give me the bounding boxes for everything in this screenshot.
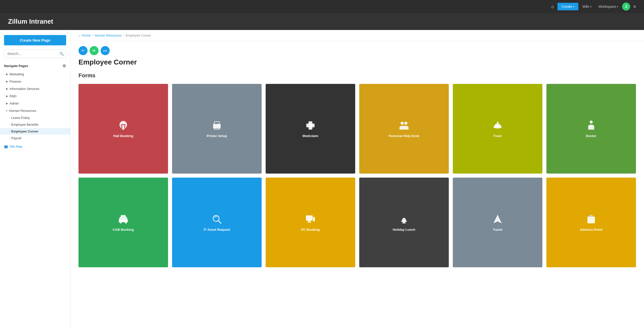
hall-booking-icon — [117, 119, 129, 131]
sidebar-search-container: 🔍 — [4, 49, 66, 58]
form-label: PC Booking — [301, 228, 320, 232]
printer-setup-icon — [211, 119, 223, 131]
svg-point-28 — [402, 222, 406, 223]
breadcrumb: ⌂ Home / Human Resources / Employee Corn… — [70, 30, 644, 41]
sitemap-link[interactable]: 👥 Site Map — [0, 142, 70, 151]
form-card-pc[interactable]: PC Booking — [266, 178, 355, 267]
sidebar-subitem-employee-corner[interactable]: • Employee Corner — [0, 128, 70, 135]
svg-rect-22 — [308, 221, 310, 222]
sidebar-item-marketing[interactable]: ▶ Marketing — [0, 71, 70, 78]
pc-booking-icon — [304, 213, 316, 225]
form-card-mediclaim[interactable]: Mediclaim — [266, 84, 355, 174]
menu-button[interactable]: ≡ — [631, 3, 638, 11]
sidebar-item-rd[interactable]: ▶ R&D — [0, 92, 70, 100]
breadcrumb-home-icon: ⌂ — [78, 34, 80, 37]
sidebar-item-admin[interactable]: ▶ Admin — [0, 100, 70, 107]
form-label: IT Asset Request — [204, 228, 230, 232]
page-actions: ✏ 👁 ••• — [78, 46, 636, 55]
workspace-label: Workspace — [598, 5, 616, 9]
form-label: Address Proof — [580, 228, 602, 232]
chevron-right-icon: ▶ — [6, 94, 8, 98]
svg-point-3 — [219, 125, 220, 126]
main-content: ⌂ Home / Human Resources / Employee Corn… — [70, 30, 644, 330]
svg-point-16 — [120, 221, 122, 223]
svg-rect-11 — [497, 122, 498, 124]
form-label: Printer Setup — [207, 134, 227, 138]
svg-rect-5 — [306, 123, 315, 127]
bullet-icon: • — [9, 137, 10, 139]
view-button[interactable]: 👁 — [90, 46, 99, 55]
add-page-button[interactable]: ⊕ — [62, 63, 66, 69]
svg-rect-30 — [589, 220, 593, 223]
form-card-hall[interactable]: Hall Booking — [78, 84, 168, 174]
sidebar-item-label: Human Resources — [9, 109, 36, 113]
search-icon: 🔍 — [59, 52, 64, 56]
page-title: Employee Corner — [78, 58, 636, 66]
app-title: Zillum Intranet — [8, 18, 636, 25]
workspace-dropdown-arrow: ▾ — [617, 5, 618, 8]
wiki-label: Wiki — [582, 5, 589, 9]
svg-text:!: ! — [404, 122, 405, 125]
breadcrumb-sep-1: / — [92, 34, 93, 37]
svg-rect-25 — [313, 217, 315, 220]
form-label: Hall Booking — [113, 134, 133, 138]
home-button[interactable]: ⌂ — [549, 3, 556, 11]
wiki-button[interactable]: Wiki ▾ — [579, 3, 594, 10]
page-content: ✏ 👁 ••• Employee Corner Forms Hall Booki… — [70, 41, 644, 272]
sidebar-create-button[interactable]: Create New Page — [4, 35, 66, 45]
sidebar-item-finance[interactable]: ▶ Finance — [0, 78, 70, 85]
sidebar-subitem-employee-benefits[interactable]: • Employee Benefits — [0, 121, 70, 128]
more-button[interactable]: ••• — [101, 46, 110, 55]
breadcrumb-parent-link[interactable]: Human Resources — [95, 34, 122, 37]
svg-point-6 — [401, 122, 404, 125]
section-title: Forms — [78, 72, 636, 79]
form-card-printer[interactable]: Printer Setup — [172, 84, 262, 174]
bullet-icon: • — [9, 123, 10, 126]
sidebar-item-human-resources[interactable]: ▾ Human Resources — [0, 107, 70, 114]
form-card-address[interactable]: Address Proof — [546, 178, 636, 267]
form-card-doctor[interactable]: Doctor — [546, 84, 636, 174]
form-card-cab[interactable]: CAB Booking — [78, 178, 168, 267]
svg-line-19 — [218, 220, 221, 223]
mediclaim-icon — [304, 119, 316, 131]
svg-marker-29 — [494, 215, 502, 223]
sidebar-subitem-leave-policy[interactable]: • Leave Policy — [0, 114, 70, 121]
edit-button[interactable]: ✏ — [78, 46, 88, 55]
sidebar-item-information-services[interactable]: ▶ Information Services — [0, 85, 70, 92]
sitemap-icon: 👥 — [4, 145, 8, 148]
create-label: Create — [561, 5, 572, 9]
sidebar-subitem-label: Employee Benefits — [11, 123, 38, 126]
search-input[interactable] — [4, 49, 66, 58]
avatar[interactable]: Z — [622, 3, 630, 11]
cab-booking-icon — [117, 213, 129, 225]
form-card-helpdesk[interactable]: ! Personal Help Desk — [359, 84, 449, 174]
workspace-button[interactable]: Workspace ▾ — [595, 3, 621, 10]
form-card-holiday[interactable]: Holiday Lunch — [359, 178, 449, 267]
breadcrumb-current: Employee Corner — [126, 34, 151, 37]
svg-rect-21 — [307, 216, 312, 220]
sidebar-item-label: Admin — [10, 102, 19, 105]
breadcrumb-home-link[interactable]: Home — [82, 34, 91, 37]
form-label: Travel — [493, 228, 502, 232]
form-card-it[interactable]: IT Asset Request — [172, 178, 262, 267]
helpdesk-icon: ! — [398, 119, 410, 131]
holiday-lunch-icon — [398, 213, 410, 225]
it-asset-icon — [211, 213, 223, 225]
form-card-food[interactable]: Food — [453, 84, 542, 174]
sidebar-subitem-label: Payroll — [11, 136, 21, 140]
navigate-pages-header: Navigate Pages ⊕ — [0, 63, 70, 71]
form-label: Doctor — [586, 134, 596, 138]
form-label: CAB Booking — [113, 228, 134, 232]
sidebar-subitem-label: Employee Corner — [11, 129, 38, 133]
sidebar-subitem-payroll[interactable]: • Payroll — [0, 135, 70, 142]
sidebar: Create New Page 🔍 Navigate Pages ⊕ ▶ Mar… — [0, 30, 70, 330]
bullet-icon: • — [9, 130, 10, 133]
sidebar-item-label: R&D — [10, 94, 16, 98]
form-card-travel[interactable]: Travel — [453, 178, 542, 267]
create-button[interactable]: Create ▾ — [557, 3, 578, 10]
main-layout: Create New Page 🔍 Navigate Pages ⊕ ▶ Mar… — [0, 30, 644, 330]
bullet-icon: • — [9, 117, 10, 119]
svg-marker-31 — [587, 215, 595, 217]
form-label: Mediclaim — [303, 134, 318, 138]
chevron-right-icon: ▶ — [6, 102, 8, 105]
